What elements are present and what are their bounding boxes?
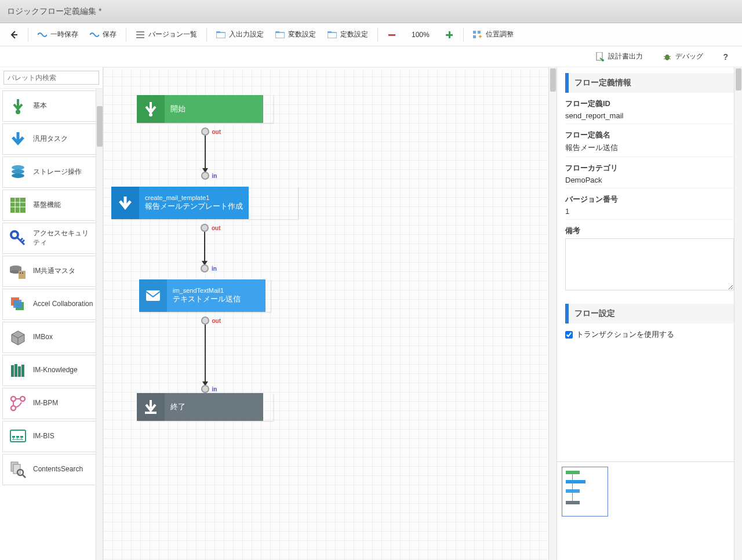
port-in[interactable] bbox=[201, 264, 209, 272]
task-icon bbox=[9, 130, 27, 148]
basic-icon bbox=[9, 97, 27, 115]
svg-rect-9 bbox=[328, 31, 332, 33]
var-settings-button[interactable]: 変数設定 bbox=[271, 27, 321, 42]
box-icon bbox=[9, 328, 27, 347]
save-button[interactable]: 保存 bbox=[85, 27, 121, 42]
palette-item-access-security[interactable]: アクセスセキュリティ bbox=[2, 223, 100, 254]
svg-line-56 bbox=[23, 475, 26, 478]
debug-button[interactable]: デバッグ bbox=[658, 49, 708, 64]
folder-icon bbox=[216, 30, 225, 39]
palette-item-im-bis[interactable]: IM-BIS bbox=[2, 421, 100, 452]
svg-rect-38 bbox=[11, 365, 14, 377]
svg-rect-5 bbox=[216, 31, 220, 33]
svg-rect-12 bbox=[446, 34, 453, 36]
minimap[interactable] bbox=[557, 461, 742, 560]
zoom-out-button[interactable] bbox=[383, 28, 401, 42]
rightpanel-scrollbar[interactable] bbox=[734, 67, 742, 560]
svg-rect-27 bbox=[10, 198, 26, 213]
palette-item-platform[interactable]: 基盤機能 bbox=[2, 190, 100, 221]
palette-item-im-master[interactable]: IM共通マスタ bbox=[2, 256, 100, 287]
canvas-scrollbar-v[interactable] bbox=[548, 67, 556, 560]
palette-item-contents-search[interactable]: ContentsSearch bbox=[2, 454, 100, 485]
canvas-grid bbox=[103, 67, 556, 560]
svg-rect-10 bbox=[388, 34, 395, 36]
temp-save-icon bbox=[38, 30, 47, 39]
port-out[interactable] bbox=[201, 128, 209, 136]
properties-scroll[interactable]: フロー定義情報 フロー定義ID send_report_mail フロー定義名 … bbox=[557, 67, 742, 461]
svg-rect-33 bbox=[20, 272, 21, 274]
temp-save-button[interactable]: 一時保存 bbox=[33, 27, 83, 42]
port-in[interactable] bbox=[201, 385, 209, 393]
flow-node-create-mail-template[interactable]: create_mail_template1 報告メールテンプレート作成 bbox=[111, 187, 298, 219]
remarks-label: 備考 bbox=[565, 226, 734, 236]
svg-point-57 bbox=[149, 113, 152, 117]
arrow-left-icon bbox=[9, 30, 19, 39]
separator bbox=[463, 28, 464, 42]
flow-node-end[interactable]: 終了 bbox=[137, 393, 273, 421]
flow-node-start[interactable]: 開始 bbox=[137, 95, 273, 123]
grid-icon bbox=[9, 196, 27, 214]
svg-rect-39 bbox=[14, 364, 17, 377]
start-icon bbox=[137, 95, 165, 123]
section-flow-definition: フロー定義情報 bbox=[565, 73, 734, 93]
flow-canvas[interactable]: 開始 out in create_mail_template1 報告メールテンプ… bbox=[103, 67, 556, 560]
port-out[interactable] bbox=[201, 317, 209, 325]
transaction-checkbox-row[interactable]: トランザクションを使用する bbox=[565, 329, 734, 340]
help-button[interactable]: ? bbox=[718, 50, 733, 64]
category-value: DemoPack bbox=[565, 173, 734, 188]
svg-rect-2 bbox=[136, 34, 144, 35]
port-out[interactable] bbox=[201, 224, 209, 232]
transaction-checkbox[interactable] bbox=[565, 331, 573, 339]
palette-item-imbox[interactable]: IMBox bbox=[2, 322, 100, 353]
palette-list[interactable]: 基本 汎用タスク ストレージ操作 基盤機能 アクセスセキュリティ IM共通マスタ bbox=[0, 88, 103, 560]
svg-rect-48 bbox=[20, 436, 23, 438]
zoom-level[interactable]: 100% bbox=[403, 28, 438, 41]
document-export-icon bbox=[595, 52, 605, 61]
palette-item-im-knowledge[interactable]: IM-Knowledge bbox=[2, 355, 100, 386]
svg-point-25 bbox=[12, 169, 24, 174]
node-id: create_mail_template1 bbox=[145, 194, 243, 201]
zoom-in-button[interactable] bbox=[440, 28, 459, 42]
minimap-viewport[interactable] bbox=[562, 467, 608, 517]
remarks-textarea[interactable] bbox=[565, 238, 734, 290]
flow-node-send-text-mail[interactable]: im_sendTextMail1 テキストメール送信 bbox=[139, 279, 271, 312]
port-in-label: in bbox=[212, 266, 217, 272]
back-button[interactable] bbox=[5, 28, 23, 42]
palette-scrollbar[interactable] bbox=[96, 89, 103, 560]
palette-item-accel-collaboration[interactable]: Accel Collaboration bbox=[2, 289, 100, 320]
io-settings-button[interactable]: 入出力設定 bbox=[212, 27, 268, 42]
svg-rect-6 bbox=[275, 32, 285, 38]
version-label: バージョン番号 bbox=[565, 194, 734, 205]
svg-rect-13 bbox=[473, 31, 476, 34]
svg-point-44 bbox=[11, 406, 16, 410]
svg-rect-46 bbox=[12, 436, 15, 438]
svg-rect-40 bbox=[18, 366, 21, 377]
palette-item-storage[interactable]: ストレージ操作 bbox=[2, 157, 100, 188]
svg-rect-34 bbox=[22, 272, 23, 274]
const-settings-button[interactable]: 定数設定 bbox=[323, 27, 373, 42]
svg-rect-15 bbox=[473, 35, 476, 38]
properties-panel: フロー定義情報 フロー定義ID send_report_mail フロー定義名 … bbox=[556, 67, 742, 560]
flowdef-name-label: フロー定義名 bbox=[565, 130, 734, 140]
design-output-button[interactable]: 設計書出力 bbox=[591, 49, 648, 64]
node-label: テキストメール送信 bbox=[173, 294, 260, 304]
version-list-button[interactable]: バージョン一覧 bbox=[131, 27, 202, 42]
svg-line-21 bbox=[664, 59, 665, 59]
port-in[interactable] bbox=[201, 172, 209, 180]
folder-icon bbox=[328, 30, 337, 39]
svg-point-42 bbox=[11, 397, 16, 401]
svg-rect-41 bbox=[21, 365, 24, 377]
window-title: ロジックフロー定義編集 * bbox=[7, 6, 101, 17]
align-button[interactable]: 位置調整 bbox=[468, 27, 518, 42]
palette-item-generic-task[interactable]: 汎用タスク bbox=[2, 123, 100, 155]
collab-icon bbox=[9, 295, 27, 314]
palette-item-im-bpm[interactable]: IM-BPM bbox=[2, 388, 100, 419]
storage-icon bbox=[9, 163, 27, 181]
palette-search-input[interactable] bbox=[3, 71, 99, 85]
svg-rect-58 bbox=[146, 290, 160, 301]
plus-icon bbox=[445, 30, 454, 39]
separator bbox=[206, 28, 207, 42]
align-icon bbox=[473, 30, 482, 39]
flowdef-id-value: send_report_mail bbox=[565, 109, 734, 124]
palette-item-basic[interactable]: 基本 bbox=[2, 90, 100, 122]
